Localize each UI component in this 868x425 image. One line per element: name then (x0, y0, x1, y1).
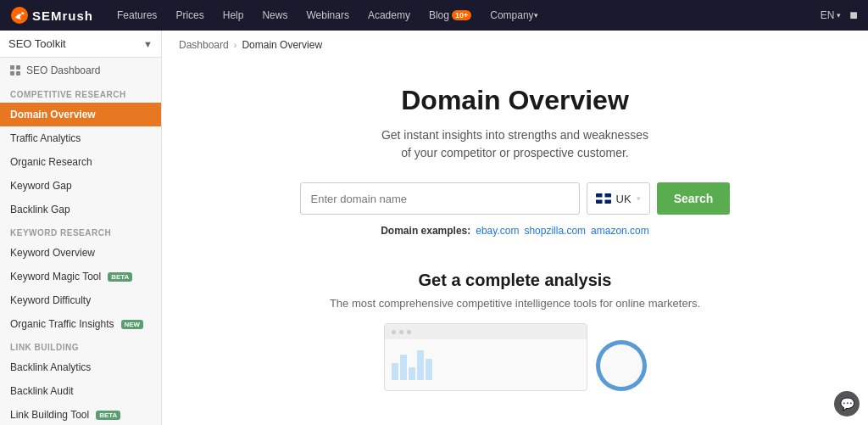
page-title: Domain Overview (401, 85, 629, 116)
chat-icon[interactable]: 💬 (834, 391, 860, 417)
preview-content (385, 339, 587, 390)
country-selector[interactable]: UK ▾ (587, 182, 650, 215)
sidebar-item-keyword-magic-tool[interactable]: Keyword Magic Tool BETA (0, 265, 161, 288)
chat-widget[interactable]: 💬 (834, 391, 860, 417)
sidebar-item-domain-overview[interactable]: Domain Overview (0, 103, 161, 126)
bar-1 (392, 363, 398, 380)
preview-area (384, 323, 647, 391)
section-keyword-research: KEYWORD RESEARCH (0, 221, 161, 241)
lang-chevron: ▾ (837, 11, 841, 20)
logo[interactable]: SEMrush (10, 6, 93, 25)
bar-3 (409, 367, 415, 380)
domain-search-input[interactable] (300, 182, 580, 215)
nav-news[interactable]: News (253, 0, 296, 31)
nav-right: EN ▾ ■ (821, 8, 858, 23)
company-chevron: ▾ (534, 11, 538, 20)
preview-circle-chart (596, 340, 647, 391)
sidebar-item-backlink-audit[interactable]: Backlink Audit (0, 379, 161, 403)
bottom-section: Get a complete analysis The most compreh… (162, 254, 868, 408)
sidebar-item-keyword-difficulty[interactable]: Keyword Difficulty (0, 288, 161, 312)
sidebar-item-keyword-overview[interactable]: Keyword Overview (0, 241, 161, 265)
example-amazon[interactable]: amazon.com (591, 225, 649, 237)
breadcrumb-separator: › (234, 40, 237, 50)
nav-prices[interactable]: Prices (167, 0, 212, 31)
sidebar-item-traffic-analytics[interactable]: Traffic Analytics (0, 126, 161, 150)
section-link-building: LINK BUILDING (0, 336, 161, 355)
breadcrumb-home[interactable]: Dashboard (179, 39, 229, 51)
domain-examples: Domain examples: ebay.com shopzilla.com … (381, 225, 649, 237)
blog-badge: 10+ (452, 10, 471, 20)
nav-blog[interactable]: Blog 10+ (420, 0, 480, 31)
example-ebay[interactable]: ebay.com (476, 225, 519, 237)
bar-2 (400, 355, 407, 380)
dot-3 (407, 330, 411, 334)
search-button[interactable]: Search (657, 182, 731, 215)
nav-academy[interactable]: Academy (359, 0, 419, 31)
nav-company[interactable]: Company ▾ (481, 0, 546, 31)
toolkit-chevron: ▼ (143, 39, 153, 49)
new-badge: NEW (121, 320, 144, 329)
bar-4 (417, 350, 424, 380)
hero-subtitle: Get instant insights into strengths and … (381, 126, 648, 162)
grid-icon (10, 65, 20, 75)
dot-1 (392, 330, 396, 334)
nav-features[interactable]: Features (108, 0, 165, 31)
preview-bar-group (392, 346, 432, 380)
language-selector[interactable]: EN ▾ (821, 9, 842, 21)
sidebar-item-link-building-tool[interactable]: Link Building Tool BETA (0, 403, 161, 425)
bar-5 (426, 359, 432, 380)
country-chevron: ▾ (637, 194, 641, 203)
section-competitive-research: COMPETITIVE RESEARCH (0, 83, 161, 103)
nav-links: Features Prices Help News Webinars Acade… (108, 0, 821, 31)
search-bar: UK ▾ Search (300, 182, 731, 215)
example-shopzilla[interactable]: shopzilla.com (524, 225, 586, 237)
sidebar-item-keyword-gap[interactable]: Keyword Gap (0, 174, 161, 198)
hero-section: Domain Overview Get instant insights int… (162, 59, 868, 254)
user-icon[interactable]: ■ (849, 8, 858, 23)
preview-chart-box (384, 323, 587, 391)
logo-text: SEMrush (10, 6, 93, 25)
beta-badge: BETA (108, 272, 132, 282)
sidebar-item-organic-traffic-insights[interactable]: Organic Traffic Insights NEW (0, 312, 161, 336)
sidebar-item-dashboard[interactable]: SEO Dashboard (0, 58, 161, 83)
breadcrumb-current: Domain Overview (242, 39, 322, 51)
beta-badge-link: BETA (96, 411, 120, 420)
nav-help[interactable]: Help (214, 0, 253, 31)
bottom-subtitle: The most comprehensive competitive intel… (330, 297, 700, 310)
dot-2 (399, 330, 403, 334)
nav-webinars[interactable]: Webinars (298, 0, 357, 31)
uk-flag-icon (596, 193, 611, 204)
top-navigation: SEMrush Features Prices Help News Webina… (0, 0, 868, 31)
toolkit-selector[interactable]: SEO Toolkit ▼ (0, 31, 161, 58)
sidebar: SEO Toolkit ▼ SEO Dashboard COMPETITIVE … (0, 31, 162, 425)
breadcrumb: Dashboard › Domain Overview (162, 31, 868, 59)
main-content: Dashboard › Domain Overview Domain Overv… (162, 31, 868, 425)
sidebar-item-backlink-gap[interactable]: Backlink Gap (0, 198, 161, 221)
preview-box-header (385, 324, 587, 339)
sidebar-item-organic-research[interactable]: Organic Research (0, 150, 161, 174)
main-layout: SEO Toolkit ▼ SEO Dashboard COMPETITIVE … (0, 31, 868, 425)
bottom-title: Get a complete analysis (419, 271, 612, 290)
sidebar-item-backlink-analytics[interactable]: Backlink Analytics (0, 355, 161, 379)
